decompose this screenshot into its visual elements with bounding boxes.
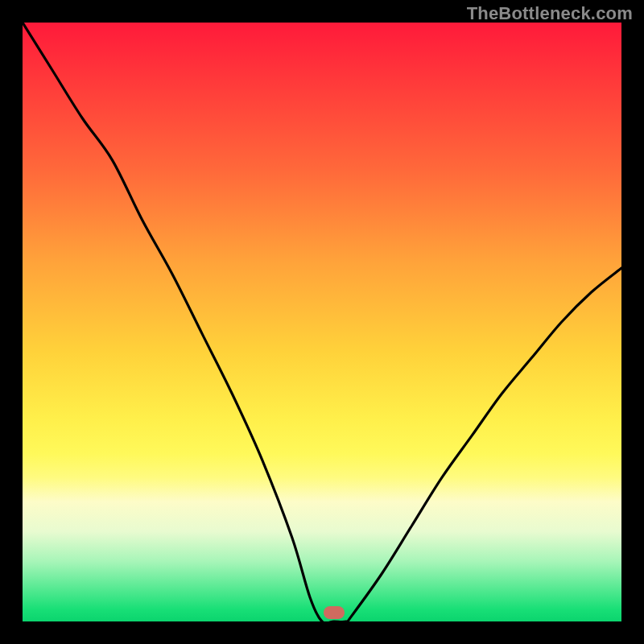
plot-area: [23, 23, 621, 621]
curve-path: [23, 23, 621, 621]
optimal-marker: [324, 606, 345, 619]
chart-frame: TheBottleneck.com: [0, 0, 644, 644]
watermark-text: TheBottleneck.com: [467, 3, 633, 24]
bottleneck-curve: [23, 23, 621, 621]
